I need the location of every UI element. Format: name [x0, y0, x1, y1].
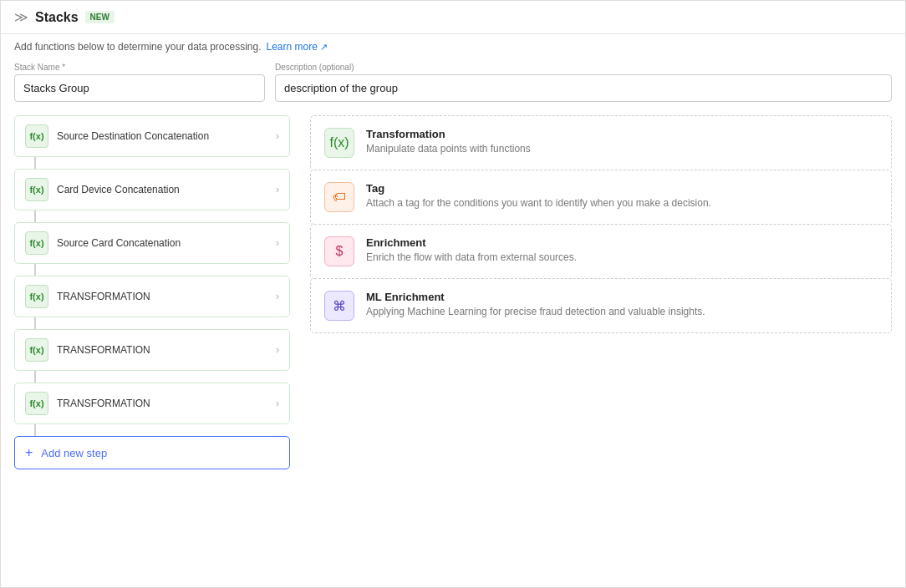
- option-desc: Attach a tag for the conditions you want…: [366, 197, 711, 209]
- stacks-icon: ≫: [14, 9, 28, 25]
- step-icon: f(x): [25, 124, 48, 148]
- step-item[interactable]: f(x) TRANSFORMATION ›: [14, 383, 290, 424]
- plus-icon: +: [25, 445, 33, 460]
- option-icon: ⌘: [324, 291, 354, 321]
- chevron-right-icon: ›: [276, 291, 279, 302]
- option-text: Transformation Manipulate data points wi…: [366, 128, 531, 155]
- form-row: Stack Name * Description (optional): [1, 63, 905, 115]
- chevron-right-icon: ›: [276, 184, 279, 195]
- option-title: ML Enrichment: [366, 291, 705, 303]
- add-new-step-button[interactable]: + Add new step: [14, 436, 290, 469]
- add-step-label: Add new step: [41, 447, 107, 459]
- page-header: ≫ Stacks NEW: [1, 1, 905, 34]
- step-connector: [34, 317, 36, 329]
- external-link-icon: ↗: [320, 42, 328, 53]
- option-desc: Enrich the flow with data from external …: [366, 251, 577, 263]
- main-content: f(x) Source Destination Concatenation › …: [1, 115, 905, 550]
- step-icon: f(x): [25, 338, 48, 362]
- chevron-right-icon: ›: [276, 344, 279, 356]
- option-title: Transformation: [366, 128, 531, 140]
- step-icon: f(x): [25, 392, 48, 415]
- step-connector: [34, 210, 36, 222]
- chevron-right-icon: ›: [276, 130, 279, 142]
- stack-name-input[interactable]: [14, 74, 265, 102]
- option-desc: Manipulate data points with functions: [366, 143, 531, 155]
- description-input[interactable]: [275, 74, 892, 102]
- option-icon: $: [324, 236, 354, 266]
- ml-icon: ⌘: [333, 298, 346, 314]
- option-icon: 🏷: [324, 182, 354, 212]
- step-item[interactable]: f(x) TRANSFORMATION ›: [14, 276, 290, 317]
- step-connector: [34, 371, 36, 383]
- chevron-right-icon: ›: [276, 398, 279, 409]
- step-connector: [34, 264, 36, 276]
- option-text: ML Enrichment Applying Machine Learning …: [366, 291, 705, 317]
- step-icon: f(x): [25, 231, 48, 255]
- description-label: Description (optional): [275, 63, 892, 72]
- step-label: TRANSFORMATION: [57, 291, 267, 302]
- option-item[interactable]: $ Enrichment Enrich the flow with data f…: [310, 224, 892, 279]
- option-icon: f(x): [324, 128, 354, 158]
- step-label: Source Card Concatenation: [57, 237, 267, 249]
- step-label: Card Device Concatenation: [57, 184, 267, 195]
- new-badge: NEW: [85, 11, 115, 23]
- step-item[interactable]: f(x) TRANSFORMATION ›: [14, 329, 290, 371]
- stack-name-label: Stack Name *: [14, 63, 265, 72]
- option-title: Tag: [366, 182, 711, 195]
- chevron-right-icon: ›: [276, 237, 279, 249]
- step-label: TRANSFORMATION: [57, 344, 267, 356]
- step-label: TRANSFORMATION: [57, 398, 267, 409]
- enrichment-icon: $: [336, 244, 344, 259]
- option-item[interactable]: f(x) Transformation Manipulate data poin…: [310, 115, 892, 170]
- step-icon: f(x): [25, 285, 48, 308]
- description-field: Description (optional): [275, 63, 892, 102]
- option-text: Enrichment Enrich the flow with data fro…: [366, 236, 577, 263]
- steps-panel: f(x) Source Destination Concatenation › …: [14, 115, 290, 536]
- subtitle-row: Add functions below to determine your da…: [1, 34, 905, 63]
- option-text: Tag Attach a tag for the conditions you …: [366, 182, 711, 209]
- f(x)-icon: f(x): [329, 135, 349, 150]
- option-item[interactable]: ⌘ ML Enrichment Applying Machine Learnin…: [310, 278, 892, 333]
- options-panel: f(x) Transformation Manipulate data poin…: [310, 115, 892, 536]
- step-connector: [34, 424, 36, 436]
- stack-name-field: Stack Name *: [14, 63, 265, 102]
- step-label: Source Destination Concatenation: [57, 130, 267, 142]
- learn-more-link[interactable]: Learn more ↗: [267, 41, 328, 53]
- step-item[interactable]: f(x) Source Card Concatenation ›: [14, 222, 290, 264]
- step-icon: f(x): [25, 178, 48, 201]
- option-title: Enrichment: [366, 236, 577, 249]
- page-title: Stacks: [35, 10, 79, 25]
- subtitle-text: Add functions below to determine your da…: [14, 41, 262, 53]
- option-desc: Applying Machine Learning for precise fr…: [366, 306, 705, 317]
- step-item[interactable]: f(x) Card Device Concatenation ›: [14, 169, 290, 210]
- step-connector: [34, 157, 36, 169]
- step-item[interactable]: f(x) Source Destination Concatenation ›: [14, 115, 290, 157]
- option-item[interactable]: 🏷 Tag Attach a tag for the conditions yo…: [310, 170, 892, 225]
- tag-icon: 🏷: [333, 190, 346, 205]
